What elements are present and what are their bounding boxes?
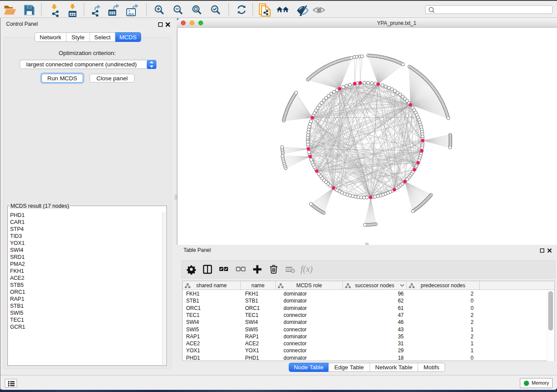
svg-text:f(x): f(x) [301, 264, 313, 274]
